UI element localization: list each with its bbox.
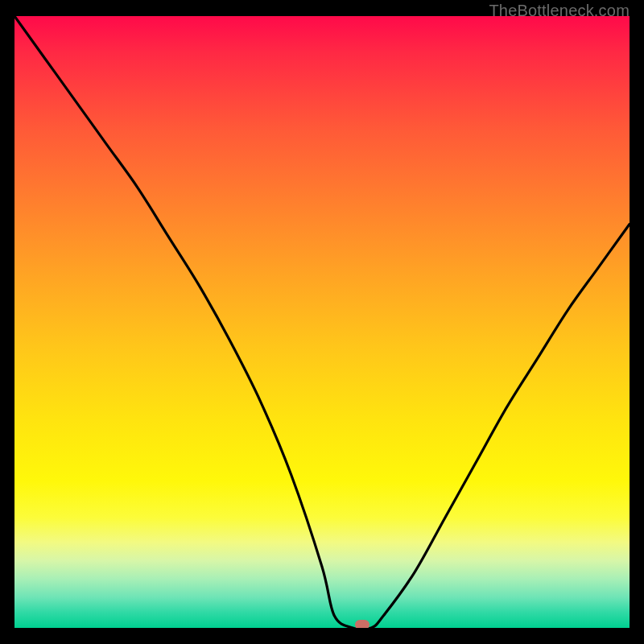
optimal-point-marker [355,620,369,628]
chart-frame: TheBottleneck.com [0,0,644,644]
watermark-text: TheBottleneck.com [489,2,630,20]
bottleneck-curve [14,16,630,628]
plot-area [14,16,630,628]
